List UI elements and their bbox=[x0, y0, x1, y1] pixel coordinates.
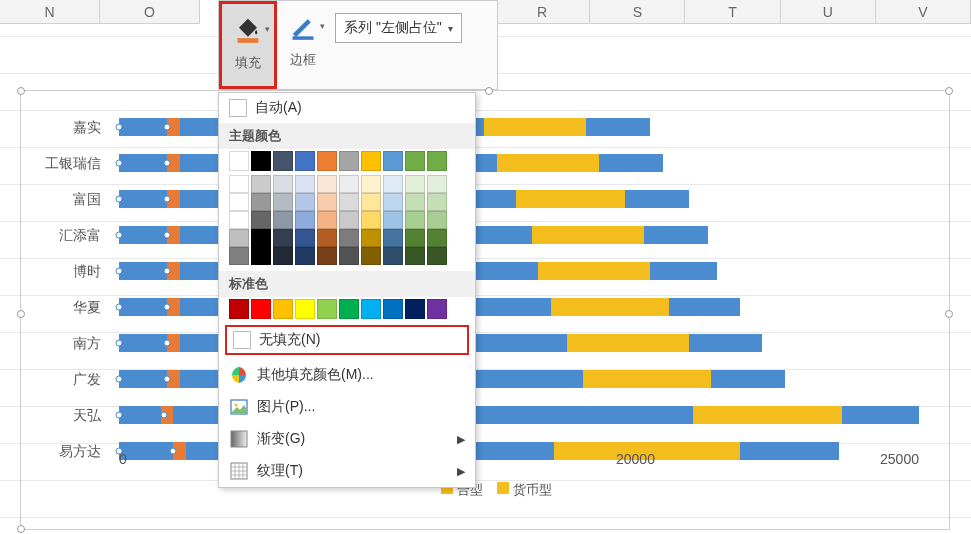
series-select-handle[interactable] bbox=[116, 268, 123, 275]
color-swatch[interactable] bbox=[317, 211, 337, 229]
series-select-handle[interactable] bbox=[116, 376, 123, 383]
color-swatch[interactable] bbox=[361, 299, 381, 319]
texture-fill-item[interactable]: 纹理(T) ▶ bbox=[219, 455, 475, 487]
color-swatch[interactable] bbox=[361, 193, 381, 211]
bar-segment[interactable] bbox=[586, 118, 650, 136]
bar-segment[interactable] bbox=[119, 190, 167, 208]
color-swatch[interactable] bbox=[427, 229, 447, 247]
color-swatch[interactable] bbox=[361, 151, 381, 171]
color-swatch[interactable] bbox=[383, 151, 403, 171]
series-select-handle[interactable] bbox=[160, 412, 167, 419]
fill-button[interactable]: ▾ bbox=[228, 8, 268, 52]
color-swatch[interactable] bbox=[317, 247, 337, 265]
color-swatch[interactable] bbox=[405, 229, 425, 247]
bar-segment[interactable] bbox=[599, 154, 663, 172]
color-swatch[interactable] bbox=[317, 229, 337, 247]
bar-segment[interactable] bbox=[711, 370, 785, 388]
color-swatch[interactable] bbox=[405, 175, 425, 193]
bar-segment[interactable] bbox=[625, 190, 689, 208]
color-swatch[interactable] bbox=[339, 247, 359, 265]
series-select-handle[interactable] bbox=[164, 268, 171, 275]
color-swatch[interactable] bbox=[295, 229, 315, 247]
series-select-handle[interactable] bbox=[116, 412, 123, 419]
color-swatch[interactable] bbox=[383, 247, 403, 265]
color-swatch[interactable] bbox=[273, 175, 293, 193]
series-select-handle[interactable] bbox=[116, 124, 123, 131]
color-swatch[interactable] bbox=[229, 229, 249, 247]
series-select-handle[interactable] bbox=[116, 448, 123, 455]
color-swatch[interactable] bbox=[339, 175, 359, 193]
bar-segment[interactable] bbox=[842, 406, 919, 424]
color-swatch[interactable] bbox=[383, 193, 403, 211]
bar-segment[interactable] bbox=[567, 334, 689, 352]
series-select-handle[interactable] bbox=[116, 160, 123, 167]
color-swatch[interactable] bbox=[317, 151, 337, 171]
more-colors-item[interactable]: 其他填充颜色(M)... bbox=[219, 359, 475, 391]
color-swatch[interactable] bbox=[405, 211, 425, 229]
bar-segment[interactable] bbox=[532, 226, 644, 244]
color-swatch[interactable] bbox=[361, 229, 381, 247]
color-swatch[interactable] bbox=[273, 211, 293, 229]
color-swatch[interactable] bbox=[427, 193, 447, 211]
color-swatch[interactable] bbox=[427, 299, 447, 319]
color-swatch[interactable] bbox=[273, 229, 293, 247]
color-swatch[interactable] bbox=[405, 299, 425, 319]
series-select-handle[interactable] bbox=[116, 196, 123, 203]
series-select-handle[interactable] bbox=[164, 124, 171, 131]
color-swatch[interactable] bbox=[405, 247, 425, 265]
color-swatch[interactable] bbox=[427, 175, 447, 193]
gradient-fill-item[interactable]: 渐变(G) ▶ bbox=[219, 423, 475, 455]
color-swatch[interactable] bbox=[339, 151, 359, 171]
resize-handle[interactable] bbox=[17, 525, 25, 533]
resize-handle[interactable] bbox=[485, 87, 493, 95]
color-swatch[interactable] bbox=[251, 211, 271, 229]
color-swatch[interactable] bbox=[317, 299, 337, 319]
chart-object[interactable]: 嘉实工银瑞信富国汇添富博时华夏南方广发天弘易方达 015000200002500… bbox=[20, 90, 950, 530]
color-swatch[interactable] bbox=[317, 193, 337, 211]
bar-segment[interactable] bbox=[119, 226, 167, 244]
color-swatch[interactable] bbox=[229, 193, 249, 211]
series-select-handle[interactable] bbox=[116, 304, 123, 311]
color-swatch[interactable] bbox=[273, 247, 293, 265]
fill-tool-group[interactable]: ▾ 填充 bbox=[219, 1, 277, 89]
color-swatch[interactable] bbox=[229, 211, 249, 229]
series-select-handle[interactable] bbox=[164, 160, 171, 167]
bar-segment[interactable] bbox=[669, 298, 739, 316]
bar-segment[interactable] bbox=[693, 406, 842, 424]
color-swatch[interactable] bbox=[295, 247, 315, 265]
bar-segment[interactable] bbox=[689, 334, 763, 352]
color-swatch[interactable] bbox=[273, 299, 293, 319]
color-swatch[interactable] bbox=[383, 299, 403, 319]
bar-segment[interactable] bbox=[119, 118, 167, 136]
color-swatch[interactable] bbox=[405, 151, 425, 171]
color-swatch[interactable] bbox=[383, 211, 403, 229]
bar-segment[interactable] bbox=[119, 334, 167, 352]
color-swatch[interactable] bbox=[361, 211, 381, 229]
color-swatch[interactable] bbox=[361, 247, 381, 265]
color-swatch[interactable] bbox=[273, 151, 293, 171]
picture-fill-item[interactable]: 图片(P)... bbox=[219, 391, 475, 423]
bar-segment[interactable] bbox=[119, 298, 167, 316]
resize-handle[interactable] bbox=[945, 87, 953, 95]
no-fill-item[interactable]: 无填充(N) bbox=[225, 325, 469, 355]
resize-handle[interactable] bbox=[17, 87, 25, 95]
color-swatch[interactable] bbox=[251, 175, 271, 193]
color-swatch[interactable] bbox=[229, 299, 249, 319]
series-select-handle[interactable] bbox=[164, 232, 171, 239]
series-select-handle[interactable] bbox=[170, 448, 177, 455]
color-swatch[interactable] bbox=[251, 247, 271, 265]
bar-segment[interactable] bbox=[538, 262, 650, 280]
color-swatch[interactable] bbox=[251, 151, 271, 171]
color-swatch[interactable] bbox=[229, 151, 249, 171]
bar-segment[interactable] bbox=[497, 154, 599, 172]
color-swatch[interactable] bbox=[295, 151, 315, 171]
series-select-handle[interactable] bbox=[116, 232, 123, 239]
color-swatch[interactable] bbox=[229, 247, 249, 265]
color-swatch[interactable] bbox=[273, 193, 293, 211]
series-select-handle[interactable] bbox=[164, 340, 171, 347]
series-select-handle[interactable] bbox=[164, 196, 171, 203]
resize-handle[interactable] bbox=[945, 310, 953, 318]
color-swatch[interactable] bbox=[339, 211, 359, 229]
color-swatch[interactable] bbox=[427, 247, 447, 265]
color-swatch[interactable] bbox=[383, 229, 403, 247]
